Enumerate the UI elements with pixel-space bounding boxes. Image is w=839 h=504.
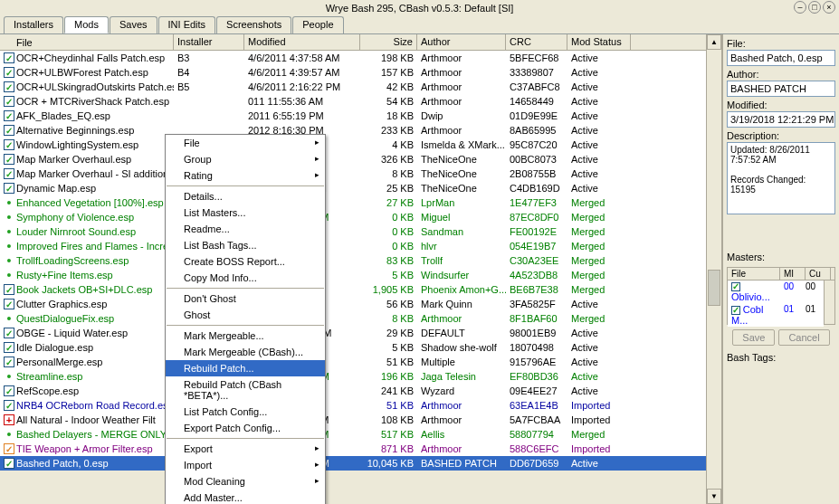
menu-item-group[interactable]: Group xyxy=(166,151,325,167)
mod-checkbox[interactable] xyxy=(4,328,14,338)
column-header-author[interactable]: Author xyxy=(417,34,506,50)
mod-checkbox[interactable] xyxy=(4,212,14,223)
mod-row[interactable]: Idle Dialogue.esp/2013 6:21:08 AM5 KBSha… xyxy=(0,340,706,355)
mod-checkbox[interactable] xyxy=(4,110,14,121)
mod-checkbox[interactable] xyxy=(4,154,14,165)
mod-checkbox[interactable] xyxy=(4,139,14,150)
mod-checkbox[interactable] xyxy=(4,429,14,440)
scroll-down-button[interactable]: ▼ xyxy=(707,489,721,504)
menu-item-file[interactable]: File xyxy=(166,135,325,151)
scroll-up-button[interactable]: ▲ xyxy=(707,34,721,50)
menu-item-mod-cleaning[interactable]: Mod Cleaning xyxy=(166,473,325,490)
mod-checkbox[interactable] xyxy=(4,52,14,63)
masters-col-file[interactable]: File xyxy=(728,268,780,280)
mod-checkbox[interactable] xyxy=(4,299,14,309)
mod-row[interactable]: NRB4 OCReborn Road Record.es016 10:19:00… xyxy=(0,398,706,413)
mod-row[interactable]: TIE Weapon + Armor Filter.esp2017 4:37:1… xyxy=(0,442,706,456)
mod-checkbox[interactable] xyxy=(4,458,14,469)
mod-row[interactable]: WindowLightingSystem.esp2012 8:05:30 AM4… xyxy=(0,138,706,152)
menu-item-ghost[interactable]: Ghost xyxy=(166,307,325,323)
menu-item-export[interactable]: Export xyxy=(166,441,325,457)
masters-grid[interactable]: FileMICu Oblivio...0000 Cobl M...0101 xyxy=(727,267,835,325)
mod-row[interactable]: All Natural - Indoor Weather Filt2016 12… xyxy=(0,413,706,427)
author-field[interactable]: BASHED PATCH xyxy=(727,81,835,97)
mod-row[interactable]: AFK_Blades_EQ.esp2011 6:55:19 PM18 KBDwi… xyxy=(0,109,706,123)
mod-row[interactable]: Alternative Beginnings.esp2012 8:16:30 P… xyxy=(0,123,706,138)
mod-row[interactable]: Bashed Patch, 0.esp2018 12:21:29 PM10,04… xyxy=(0,456,706,471)
mod-checkbox[interactable] xyxy=(4,226,14,237)
column-header-file[interactable]: File xyxy=(0,34,174,50)
tab-mods[interactable]: Mods xyxy=(64,16,109,33)
mod-row[interactable]: Dynamic Map.esp/2012 5:10:00 PM25 KBTheN… xyxy=(0,181,706,195)
menu-item-don-t-ghost[interactable]: Don't Ghost xyxy=(166,290,325,307)
mod-row[interactable]: OBGE - Liquid Water.esp8/2013 2:10:47 AM… xyxy=(0,326,706,340)
mod-checkbox[interactable] xyxy=(4,197,14,208)
mods-grid[interactable]: OCR+Cheydinhal Falls Patch.espB34/6/2011… xyxy=(0,51,706,471)
mod-row[interactable]: OCR+ULSkingradOutskirts Patch.espB54/6/2… xyxy=(0,80,706,94)
menu-item-import[interactable]: Import xyxy=(166,457,325,473)
mod-row[interactable]: OCR+ULBWForest Patch.espB44/6/2011 4:39:… xyxy=(0,65,706,80)
mod-checkbox[interactable] xyxy=(4,414,14,425)
menu-item-rebuild-patch-cbash-beta[interactable]: Rebuild Patch (CBash *BETA*)... xyxy=(166,376,325,404)
menu-item-rating[interactable]: Rating xyxy=(166,167,325,184)
mod-checkbox[interactable] xyxy=(4,400,14,411)
description-field[interactable]: Updated: 8/26/2011 7:57:52 AMRecords Cha… xyxy=(727,142,835,214)
column-header-crc[interactable]: CRC xyxy=(506,34,567,50)
mod-checkbox[interactable] xyxy=(4,241,14,252)
mod-checkbox[interactable] xyxy=(4,255,14,266)
menu-item-list-patch-config[interactable]: List Patch Config... xyxy=(166,404,325,420)
mod-row[interactable]: Improved Fires and Flames - Incre2013 5:… xyxy=(0,239,706,253)
mod-row[interactable]: Book Jackets OB+SI+DLC.esp2013 7:55:26 P… xyxy=(0,282,706,297)
mod-row[interactable]: Enhanced Vegetation [100%].esp013 10:00:… xyxy=(0,195,706,210)
mod-row[interactable]: Streamline.esp2014 11:00:20 PM196 KBJaga… xyxy=(0,369,706,384)
mod-checkbox[interactable] xyxy=(4,357,14,367)
mod-row[interactable]: Clutter Graphics.esp013 9:11:16 PM56 KBM… xyxy=(0,297,706,311)
masters-col-mi[interactable]: MI xyxy=(780,268,806,280)
mod-row[interactable]: PersonalMerge.esp014 10:21:48 AM51 KBMul… xyxy=(0,355,706,369)
menu-item-add-master[interactable]: Add Master... xyxy=(166,490,325,504)
menu-item-rebuild-patch[interactable]: Rebuild Patch... xyxy=(166,360,325,376)
mod-row[interactable]: Bashed Delayers - MERGE ONLY.e2016 11:03… xyxy=(0,427,706,442)
vertical-scrollbar[interactable]: ▲ ▼ xyxy=(706,34,721,504)
tab-people[interactable]: People xyxy=(292,16,343,33)
menu-item-list-masters[interactable]: List Masters... xyxy=(166,204,325,221)
mod-checkbox[interactable] xyxy=(4,443,14,454)
mod-row[interactable]: Map Marker Overhaul.esp012 3:43:13 PM326… xyxy=(0,152,706,166)
mod-row[interactable]: RefScope.esp2014 4:29:26 PM241 KBWyzard0… xyxy=(0,384,706,398)
mod-checkbox[interactable] xyxy=(4,81,14,92)
mod-row[interactable]: QuestDialogueFix.esp2013 9:49:04 PM8 KBA… xyxy=(0,311,706,326)
mod-checkbox[interactable] xyxy=(4,313,14,324)
mod-checkbox[interactable] xyxy=(4,168,14,179)
mod-row[interactable]: Symphony of Violence.esp2013 11:18:34 AM… xyxy=(0,210,706,224)
menu-item-mark-mergeable-cbash[interactable]: Mark Mergeable (CBash)... xyxy=(166,344,325,360)
mod-checkbox[interactable] xyxy=(4,67,14,78)
save-button[interactable]: Save xyxy=(732,329,775,346)
mod-checkbox[interactable] xyxy=(4,385,14,396)
menu-item-list-bash-tags[interactable]: List Bash Tags... xyxy=(166,237,325,253)
masters-scrollbar[interactable] xyxy=(824,281,834,324)
column-header-modified[interactable]: Modified xyxy=(244,34,360,50)
modified-field[interactable]: 3/19/2018 12:21:29 PM xyxy=(727,111,835,128)
mod-row[interactable]: Map Marker Overhaul - SI addition/2012 6… xyxy=(0,166,706,181)
column-header-mod-status[interactable]: Mod Status xyxy=(567,34,631,50)
column-header-size[interactable]: Size xyxy=(360,34,417,50)
tab-installers[interactable]: Installers xyxy=(4,16,63,33)
mod-checkbox[interactable] xyxy=(4,270,14,281)
mod-row[interactable]: Louder Nirnroot Sound.esp2013 4:00:14 AM… xyxy=(0,224,706,239)
tab-saves[interactable]: Saves xyxy=(110,16,157,33)
mod-row[interactable]: TrollfLoadingScreens.esp2013 3:26:18 AM8… xyxy=(0,253,706,268)
mod-row[interactable]: Rusty+Fine Items.esp013 6:11:42 PM5 KBWi… xyxy=(0,268,706,282)
mod-row[interactable]: OCR + MTCRiverShack Patch.esp011 11:55:3… xyxy=(0,94,706,109)
tab-ini-edits[interactable]: INI Edits xyxy=(158,16,216,33)
mod-checkbox[interactable] xyxy=(4,371,14,382)
scroll-thumb[interactable] xyxy=(708,270,720,306)
tab-screenshots[interactable]: Screenshots xyxy=(216,16,291,33)
mod-checkbox[interactable] xyxy=(4,183,14,194)
close-button[interactable]: × xyxy=(823,1,835,14)
menu-item-mark-mergeable[interactable]: Mark Mergeable... xyxy=(166,328,325,344)
mod-checkbox[interactable] xyxy=(4,96,14,107)
file-field[interactable]: Bashed Patch, 0.esp xyxy=(727,50,835,66)
master-row[interactable]: Cobl M...0101 xyxy=(728,303,824,327)
master-row[interactable]: Oblivio...0000 xyxy=(728,281,824,303)
mod-checkbox[interactable] xyxy=(4,284,14,295)
